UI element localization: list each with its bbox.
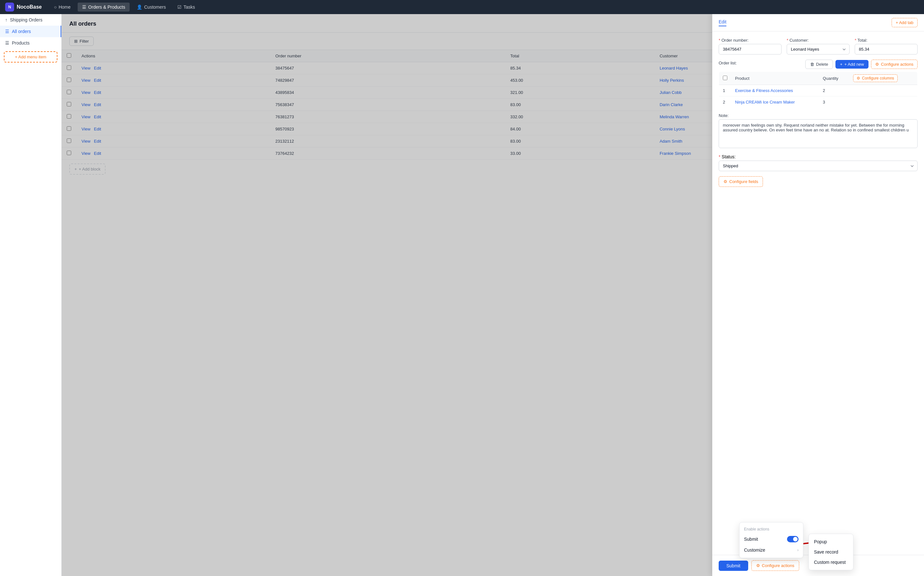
dropdown-submit-item[interactable]: Submit [740,533,803,545]
order-number-label: * Order number: [719,38,781,43]
logo-text: NocoBase [17,4,42,10]
status-select[interactable]: Shipped Pending Delivered [719,161,918,171]
order-list-header: Order list: 🗑 Delete + + Add new ⚙ Conf [719,60,918,69]
nav-tasks[interactable]: ☑ Tasks [173,3,200,11]
configure-actions-footer-button[interactable]: ⚙ Configure actions [751,560,799,571]
customize-sub-dropdown: Popup Save record Custom request [808,534,853,570]
customer-select[interactable]: Leonard Hayes [787,44,850,54]
trash-icon: 🗑 [810,62,814,67]
ol-num: 2 [719,96,732,108]
sidebar: ↑ Shipping Orders ☰ All orders ☰ Product… [0,14,62,576]
top-nav: N NocoBase ○ Home ☰ Orders & Products 👤 … [0,0,924,14]
logo: N NocoBase [5,3,42,11]
note-label: Note: [719,113,918,118]
product-link[interactable]: Exercise & Fitness Accessories [735,88,793,93]
panel-header: Edit + Add tab [712,14,924,31]
all-orders-icon: ☰ [5,29,9,34]
order-list-select-all[interactable] [723,76,727,80]
product-link[interactable]: Ninja CREAMi Ice Cream Maker [735,100,795,104]
submit-toggle[interactable] [787,536,799,542]
dropdown-section-label: Enable actions [740,525,803,533]
nav-customers[interactable]: 👤 Customers [132,3,170,11]
order-number-input[interactable] [719,44,781,54]
main-layout: ↑ Shipping Orders ☰ All orders ☰ Product… [0,14,924,576]
chevron-right-icon: › [797,548,799,552]
quantity-cell: 3 [819,96,849,108]
gear-icon-header: ⚙ [875,62,879,67]
note-section: Note: moreover man feelings own shy. Req… [719,113,918,149]
panel-body: * Order number: * Customer: Leonard Haye… [712,31,924,555]
configure-columns-button[interactable]: ⚙ Configure columns [853,74,898,82]
sub-item-popup[interactable]: Popup [809,537,853,547]
sidebar-item-all-orders[interactable]: ☰ All orders [0,26,61,37]
plus-icon: + [840,62,842,67]
add-tab-button[interactable]: + Add tab [892,18,918,27]
shipping-icon: ↑ [5,17,7,22]
gear-icon-cols: ⚙ [857,76,860,80]
panel-footer: Submit ⚙ Configure actions [712,555,924,576]
edit-panel: Edit + Add tab * Order number: * [712,14,924,576]
add-menu-item-button[interactable]: + Add menu item [4,51,58,62]
dropdown-customize-item[interactable]: Customize › [740,545,803,555]
sub-item-custom-request[interactable]: Custom request [809,557,853,567]
nav-home[interactable]: ○ Home [50,3,75,11]
add-new-button[interactable]: + + Add new [836,60,868,69]
products-icon: ☰ [5,40,9,45]
logo-icon: N [5,3,14,11]
ol-num: 1 [719,85,732,96]
tasks-icon: ☑ [177,5,181,10]
col-product: Product [731,72,819,85]
configure-fields-section: ⚙ Configure fields [719,176,918,187]
nav-orders-products[interactable]: ☰ Orders & Products [78,3,130,11]
gear-icon-footer: ⚙ [756,563,760,568]
status-label: * Status: [719,154,736,159]
col-quantity: Quantity [819,72,849,85]
home-icon: ○ [54,5,56,10]
order-list-row: 1 Exercise & Fitness Accessories 2 [719,85,918,96]
customer-label: * Customer: [787,38,850,43]
order-list-table: Product Quantity ⚙ Configure columns 1 [719,72,918,108]
enable-actions-dropdown: Enable actions Submit Customize › [739,522,804,558]
sub-item-save-record[interactable]: Save record [809,547,853,557]
customers-icon: 👤 [137,5,142,10]
total-label: * Total: [855,38,918,43]
note-textarea[interactable]: moreover man feelings own shy. Request n… [719,119,918,148]
total-field: * Total: [855,38,918,54]
order-list-row: 2 Ninja CREAMi Ice Cream Maker 3 [719,96,918,108]
gear-icon-fields: ⚙ [723,179,727,184]
status-section: * Status: Shipped Pending Delivered [719,154,918,171]
order-number-field: * Order number: [719,38,781,54]
delete-button[interactable]: 🗑 Delete [805,60,833,69]
order-list-label: Order list: [719,61,736,66]
configure-fields-button[interactable]: ⚙ Configure fields [719,176,763,187]
edit-tab[interactable]: Edit [719,19,727,26]
content-area: All orders ⊞ Filter Actions Order number… [62,14,924,576]
submit-button[interactable]: Submit [719,561,748,571]
orders-icon: ☰ [82,5,86,10]
configure-actions-header-button[interactable]: ⚙ Configure actions [871,60,918,69]
form-row-1: * Order number: * Customer: Leonard Haye… [719,38,918,54]
sidebar-item-shipping-orders[interactable]: ↑ Shipping Orders [0,14,61,26]
order-list-actions: 🗑 Delete + + Add new ⚙ Configure actions [805,60,918,69]
quantity-cell: 2 [819,85,849,96]
sidebar-item-products[interactable]: ☰ Products [0,37,61,49]
customer-field: * Customer: Leonard Hayes [787,38,850,54]
total-input[interactable] [855,44,918,54]
